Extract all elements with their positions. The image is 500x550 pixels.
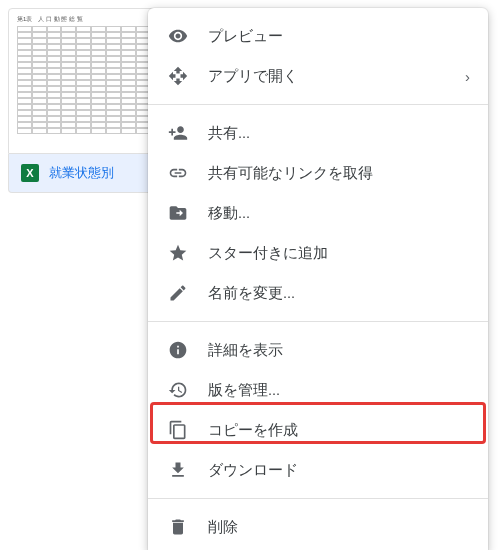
download-icon (166, 458, 190, 482)
edit-icon (166, 281, 190, 305)
info-icon (166, 338, 190, 362)
menu-move[interactable]: 移動... (148, 193, 488, 233)
excel-icon: X (21, 164, 39, 182)
menu-label: 共有... (208, 124, 250, 143)
copy-icon (166, 418, 190, 442)
star-icon (166, 241, 190, 265)
context-menu: プレビュー アプリで開く › 共有... 共有可能なリンクを取得 移動... ス… (148, 8, 488, 550)
open-with-icon (166, 64, 190, 88)
menu-rename[interactable]: 名前を変更... (148, 273, 488, 313)
menu-get-link[interactable]: 共有可能なリンクを取得 (148, 153, 488, 193)
menu-divider (148, 321, 488, 322)
menu-label: スター付きに追加 (208, 244, 328, 263)
menu-label: アプリで開く (208, 67, 298, 86)
menu-label: プレビュー (208, 27, 283, 46)
menu-label: コピーを作成 (208, 421, 298, 440)
menu-versions[interactable]: 版を管理... (148, 370, 488, 410)
menu-label: 名前を変更... (208, 284, 295, 303)
menu-label: 削除 (208, 518, 238, 537)
person-add-icon (166, 121, 190, 145)
menu-details[interactable]: 詳細を表示 (148, 330, 488, 370)
menu-preview[interactable]: プレビュー (148, 16, 488, 56)
eye-icon (166, 24, 190, 48)
menu-label: 共有可能なリンクを取得 (208, 164, 373, 183)
menu-share[interactable]: 共有... (148, 113, 488, 153)
menu-divider (148, 104, 488, 105)
history-icon (166, 378, 190, 402)
menu-open-with[interactable]: アプリで開く › (148, 56, 488, 96)
menu-label: 移動... (208, 204, 250, 223)
menu-label: 詳細を表示 (208, 341, 283, 360)
menu-download[interactable]: ダウンロード (148, 450, 488, 490)
folder-move-icon (166, 201, 190, 225)
menu-divider (148, 498, 488, 499)
trash-icon (166, 515, 190, 539)
chevron-right-icon: › (465, 68, 470, 85)
menu-label: ダウンロード (208, 461, 298, 480)
menu-delete[interactable]: 削除 (148, 507, 488, 547)
link-icon (166, 161, 190, 185)
menu-label: 版を管理... (208, 381, 280, 400)
menu-make-copy[interactable]: コピーを作成 (148, 410, 488, 450)
menu-star[interactable]: スター付きに追加 (148, 233, 488, 273)
file-name-label: 就業状態別 (49, 164, 114, 182)
